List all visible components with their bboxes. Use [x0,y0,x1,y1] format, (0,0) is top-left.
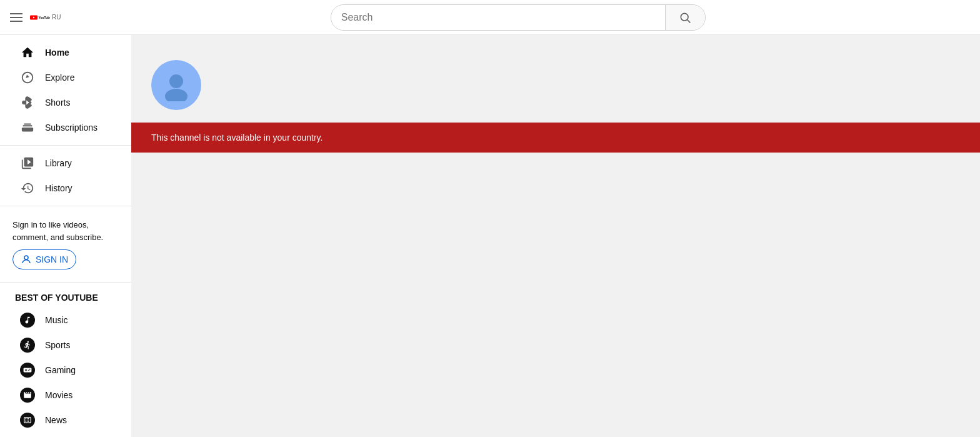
svg-point-3 [681,13,689,21]
sidebar-item-music-label: Music [45,315,68,325]
header-left: YouTube RU [10,11,61,24]
search-icon [679,11,691,24]
sign-in-section: Sign in to like videos, comment, and sub… [0,211,131,277]
sidebar-item-live[interactable]: Live [5,433,126,437]
logo-locale: RU [52,14,61,21]
library-icon [20,156,35,171]
search-wrap [66,4,970,31]
sidebar-item-library[interactable]: Library [5,151,126,176]
sign-in-button-label: SIGN IN [36,254,68,264]
svg-point-5 [24,256,28,259]
sidebar-divider-3 [0,282,131,283]
sidebar-item-history-label: History [45,183,72,193]
channel-header [131,35,980,123]
sidebar-divider-2 [0,206,131,206]
avatar [151,60,201,110]
subscriptions-icon [20,120,35,135]
sports-icon [20,338,35,353]
sidebar-item-news-label: News [45,415,67,425]
sidebar-item-subscriptions-label: Subscriptions [45,123,98,133]
main-content: This channel is not available in your co… [131,35,980,437]
music-icon [20,313,35,328]
sidebar-item-home[interactable]: Home [5,40,126,65]
youtube-logo-icon: YouTube [30,11,50,24]
sidebar-item-shorts[interactable]: Shorts [5,90,126,115]
avatar-icon [160,69,192,101]
sidebar-item-sports-label: Sports [45,340,70,350]
svg-text:YouTube: YouTube [39,16,50,19]
sidebar-item-gaming-label: Gaming [45,365,76,375]
sidebar-item-home-label: Home [45,48,69,58]
svg-line-4 [688,19,691,23]
movies-icon [20,388,35,403]
svg-point-8 [165,89,188,101]
sidebar-item-shorts-label: Shorts [45,98,70,108]
sidebar-item-music[interactable]: Music [5,308,126,333]
sidebar-item-explore-label: Explore [45,73,74,83]
news-icon [20,413,35,428]
sidebar-item-movies[interactable]: Movies [5,383,126,408]
sidebar: Home Explore Shorts Subscriptions Librar… [0,35,131,437]
sign-in-text: Sign in to like videos, comment, and sub… [12,219,119,243]
error-banner: This channel is not available in your co… [131,123,980,153]
history-icon [20,181,35,196]
person-icon [21,254,32,265]
explore-icon [20,70,35,85]
sidebar-item-explore[interactable]: Explore [5,65,126,90]
avatar-area [151,60,201,110]
search-box [331,4,706,31]
gaming-icon [20,363,35,378]
shorts-icon [20,95,35,110]
sidebar-item-subscriptions[interactable]: Subscriptions [5,115,126,140]
sidebar-divider-1 [0,145,131,146]
sidebar-item-library-label: Library [45,158,72,168]
sign-in-button[interactable]: SIGN IN [12,249,76,269]
sidebar-item-news[interactable]: News [5,408,126,433]
best-of-label: BEST OF YOUTUBE [0,288,131,308]
error-message: This channel is not available in your co… [151,133,322,143]
header: YouTube RU [0,0,980,35]
search-input[interactable] [331,5,665,30]
content-area [131,153,980,403]
sidebar-item-gaming[interactable]: Gaming [5,358,126,383]
logo-wrap[interactable]: YouTube RU [30,11,61,24]
menu-button[interactable] [10,13,22,22]
svg-point-7 [169,74,183,88]
sidebar-item-sports[interactable]: Sports [5,333,126,358]
home-icon [20,45,35,60]
search-button[interactable] [665,5,705,30]
sidebar-item-history[interactable]: History [5,176,126,201]
sidebar-item-movies-label: Movies [45,390,72,400]
